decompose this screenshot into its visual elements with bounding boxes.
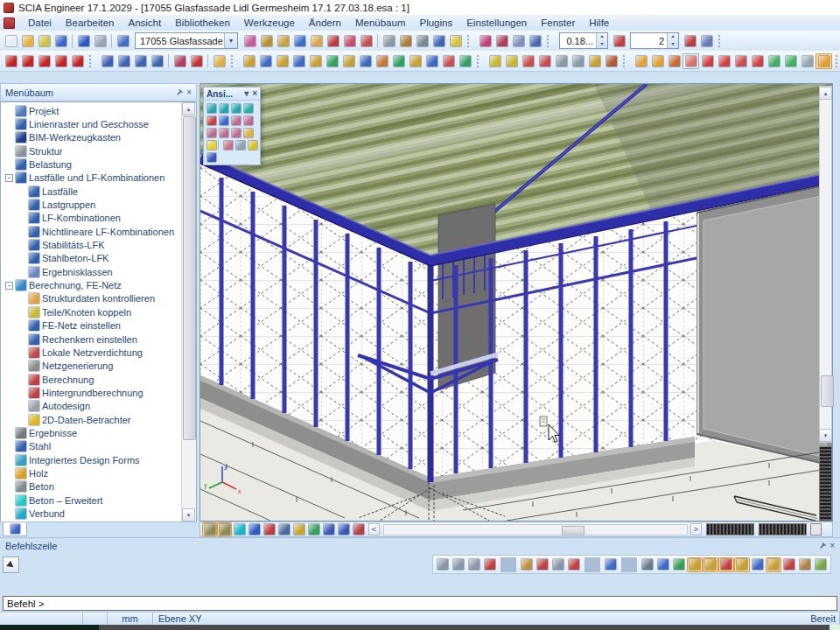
ortho-icon[interactable]: [655, 557, 671, 572]
image-export-icon[interactable]: [477, 33, 494, 49]
tree-item[interactable]: Berechnung: [2, 373, 181, 386]
send-back-icon[interactable]: [570, 53, 586, 69]
filter-selection-icon[interactable]: [586, 53, 603, 69]
tree-item[interactable]: LF-Kombinationen: [2, 212, 181, 225]
menu-item[interactable]: Plugins: [412, 17, 459, 29]
paste-special-icon[interactable]: [132, 53, 149, 69]
compare-icon[interactable]: [682, 33, 698, 49]
chevron-down-icon[interactable]: ▾: [244, 89, 248, 98]
extend-icon[interactable]: [357, 53, 374, 69]
tree-item[interactable]: Beton: [2, 480, 181, 494]
zoom-in-icon[interactable]: [230, 115, 242, 126]
mesh-display-icon[interactable]: [306, 522, 321, 536]
pin-icon[interactable]: T: [174, 88, 184, 97]
tree-item[interactable]: Integriertes Design Forms: [2, 453, 181, 466]
chamfer-icon[interactable]: [424, 53, 440, 69]
visibility-icon[interactable]: [172, 53, 188, 69]
spin-up-icon[interactable]: ▴: [668, 33, 678, 41]
close-icon[interactable]: ×: [186, 88, 192, 97]
menu-item[interactable]: Ansicht: [121, 17, 168, 29]
bring-front-icon[interactable]: [553, 53, 570, 69]
status-cell[interactable]: mm: [108, 612, 153, 625]
clipboard-icon[interactable]: [308, 33, 325, 49]
break-icon[interactable]: [374, 53, 390, 69]
activity-icon[interactable]: [603, 53, 620, 69]
member-surfaces-icon[interactable]: [217, 522, 232, 536]
tree-item[interactable]: Lastgruppen: [2, 198, 181, 211]
units-icon[interactable]: [242, 33, 258, 49]
select-group-icon[interactable]: [520, 53, 536, 69]
tree-item[interactable]: Lokale Netzverdichtung: [2, 346, 181, 359]
view-rotate-slider-vertical[interactable]: [819, 446, 832, 522]
paste-icon[interactable]: [116, 53, 132, 69]
zoom-selection-icon[interactable]: [230, 127, 242, 138]
endpoint-snap-icon[interactable]: [687, 557, 703, 572]
tree-item[interactable]: Stahlbeton-LFK: [2, 252, 181, 265]
search-icon[interactable]: [494, 33, 510, 49]
drawing-icon[interactable]: [358, 33, 374, 49]
tree-item[interactable]: BIM-Werkzeugkasten: [2, 131, 181, 144]
hotkey-f7-icon[interactable]: [732, 53, 749, 69]
viewport-vertical-scrollbar[interactable]: ▴ ▾: [819, 86, 832, 443]
zoom-all-icon[interactable]: [206, 127, 217, 138]
print-data-icon[interactable]: [222, 139, 234, 150]
command-input[interactable]: Befehl >: [3, 596, 837, 611]
expander-icon[interactable]: -: [5, 282, 13, 290]
redo-icon[interactable]: [92, 33, 108, 49]
deselect-group-icon[interactable]: [536, 53, 553, 69]
node-snap-icon[interactable]: [703, 557, 718, 572]
menu-item[interactable]: Bibliotheken: [168, 17, 237, 29]
menu-item[interactable]: Fenster: [534, 17, 582, 29]
cursor-snap-icon[interactable]: [603, 557, 619, 572]
subproject-folder-icon[interactable]: [211, 53, 228, 69]
print-picture-icon[interactable]: [234, 139, 246, 150]
spin-down-icon[interactable]: ▾: [668, 41, 678, 49]
tree-item[interactable]: 2D-Daten-Betrachter: [2, 413, 181, 426]
circle-icon[interactable]: [52, 53, 69, 69]
tree-item[interactable]: Rechenkern einstellen: [2, 332, 181, 346]
hotkey-f11-icon[interactable]: [799, 53, 816, 69]
pin-icon[interactable]: T: [817, 541, 827, 550]
hotkey-f6-icon[interactable]: [716, 53, 732, 69]
tree-item[interactable]: Hintergrundberechnung: [2, 386, 181, 399]
supports-icon[interactable]: [232, 522, 247, 536]
menu-item[interactable]: Ändern: [302, 17, 348, 29]
dimension-icon[interactable]: [19, 53, 36, 69]
tree-item[interactable]: FE-Netz einstellen: [2, 319, 181, 332]
scale-ruler-icon[interactable]: [698, 33, 715, 49]
labels-icon[interactable]: [262, 522, 276, 536]
viewport-horizontal-scrollbar[interactable]: [383, 524, 688, 536]
erase-icon[interactable]: [188, 53, 205, 69]
tree-item[interactable]: Autodesign: [2, 400, 181, 413]
midpoint-snap-icon[interactable]: [671, 557, 687, 572]
rotate-icon[interactable]: [290, 53, 307, 69]
scale-icon[interactable]: [307, 53, 324, 69]
gallery-icon[interactable]: [341, 33, 358, 49]
pointer-mode-button[interactable]: [3, 556, 19, 573]
status-cell[interactable]: Ebene XY: [153, 612, 807, 625]
view-settings-icon[interactable]: [218, 115, 229, 126]
view-palette-header[interactable]: Ansi... ▾ ×: [204, 88, 260, 101]
view-z-icon[interactable]: [230, 102, 242, 114]
perpendicular-snap-icon[interactable]: [750, 557, 766, 572]
circle-snap-icon[interactable]: [466, 557, 482, 572]
count-spinner[interactable]: 2 ▴▾: [630, 32, 679, 49]
open-icon[interactable]: [19, 33, 36, 49]
trim-icon[interactable]: [340, 53, 357, 69]
percentage-snap-icon[interactable]: [734, 557, 750, 572]
view-rotate-slider-x[interactable]: [706, 523, 754, 536]
hotkey-f2-icon[interactable]: [649, 53, 666, 69]
spin-down-icon[interactable]: ▾: [597, 41, 607, 49]
tree-item[interactable]: Linienraster und Geschosse: [2, 117, 181, 130]
mirror-icon[interactable]: [274, 53, 290, 69]
snap-table-icon[interactable]: [813, 557, 829, 572]
tree-item[interactable]: Teile/Knoten koppeln: [2, 305, 181, 318]
menu-item[interactable]: Menübaum: [348, 17, 413, 29]
direction-snap-icon[interactable]: [535, 557, 550, 572]
line-snap-icon[interactable]: [435, 557, 451, 572]
move-icon[interactable]: [241, 53, 257, 69]
copy-node-icon[interactable]: [257, 53, 274, 69]
hotkey-f12-icon[interactable]: [816, 53, 832, 69]
printer-icon[interactable]: [381, 33, 397, 49]
edge-snap-icon[interactable]: [797, 557, 813, 572]
